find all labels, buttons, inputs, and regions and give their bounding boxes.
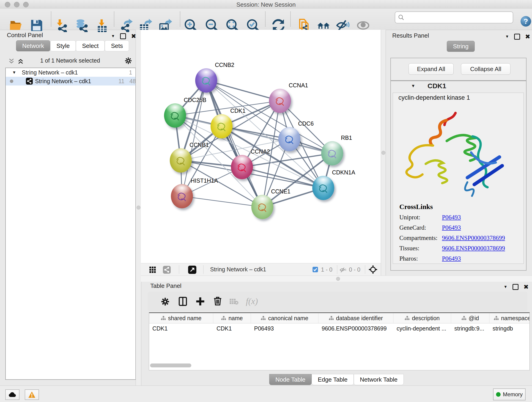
- edge-CCNA2-RB1[interactable]: [242, 153, 332, 167]
- crosslink-link[interactable]: P06493: [442, 214, 461, 221]
- hidden-node-edge-counts: 0 - 0: [349, 266, 360, 273]
- panel-close-icon[interactable]: ✖: [524, 283, 529, 291]
- col-header--id[interactable]: @id: [451, 313, 489, 323]
- table-cell-database-identifier[interactable]: 9606.ENSP00000378699: [318, 323, 393, 333]
- protein-section-header[interactable]: ▼ CDK1: [391, 81, 526, 92]
- show-columns-icon[interactable]: [178, 297, 188, 306]
- table-cell--id[interactable]: stringdb:9...: [451, 323, 489, 333]
- table-options-gear-icon[interactable]: [161, 297, 170, 306]
- tab-node-table[interactable]: Node Table: [269, 374, 312, 385]
- network-node-CCNA1[interactable]: [269, 89, 291, 113]
- network-options-gear-icon[interactable]: [124, 57, 132, 65]
- warnings-button[interactable]: [25, 389, 39, 400]
- tab-string[interactable]: String: [447, 41, 475, 52]
- tab-edge-table[interactable]: Edge Table: [312, 374, 354, 385]
- network-row[interactable]: String Network – cdk1 11 48: [6, 77, 135, 85]
- col-header-namespace[interactable]: namespace: [489, 313, 530, 323]
- protein-structure-image: [399, 107, 518, 198]
- edge-CCNB2-CCNE1[interactable]: [206, 80, 262, 207]
- delete-column-icon[interactable]: [213, 296, 222, 306]
- selected-checkbox-icon[interactable]: [312, 267, 318, 273]
- collapse-all-button[interactable]: Collapse All: [461, 63, 510, 75]
- right-splitter[interactable]: [381, 30, 386, 275]
- add-column-icon[interactable]: [196, 297, 205, 306]
- tab-style[interactable]: Style: [50, 40, 76, 51]
- cloud-button[interactable]: [5, 389, 19, 400]
- tab-network[interactable]: Network: [16, 40, 50, 51]
- network-node-CCNB1[interactable]: [170, 148, 192, 172]
- network-node-HIST1H1A[interactable]: [171, 184, 193, 208]
- toolbar-separator: [265, 12, 266, 27]
- node-label-CDKN1A: CDKN1A: [332, 169, 355, 176]
- table-toolbar: f(x): [148, 292, 527, 311]
- node-table[interactable]: shared namenamecanonical namedatabase id…: [149, 313, 530, 370]
- tab-sets[interactable]: Sets: [105, 40, 129, 51]
- table-cell-canonical-name[interactable]: P06493: [251, 323, 318, 333]
- splitter-handle[interactable]: [336, 277, 340, 281]
- network-node-CCNA2[interactable]: [231, 155, 253, 179]
- grid-view-icon[interactable]: [149, 266, 156, 273]
- network-canvas[interactable]: CCNB2CCNA1CDC25BCDK1CDC6RB1CCNB1CCNA2CDK…: [141, 30, 381, 263]
- birds-eye-crosshair-icon[interactable]: [369, 265, 377, 274]
- network-node-CDK1[interactable]: [210, 114, 233, 138]
- collapse-section-icon[interactable]: ▼: [411, 83, 415, 89]
- splitter-handle[interactable]: [137, 206, 140, 210]
- toolbar-separator: [203, 265, 203, 274]
- panel-float-icon[interactable]: [120, 33, 126, 39]
- table-cell-namespace[interactable]: stringdb: [489, 323, 530, 333]
- col-header-name[interactable]: name: [213, 313, 251, 323]
- col-header-database-identifier[interactable]: database identifier: [318, 313, 393, 323]
- search-input[interactable]: [406, 13, 510, 22]
- network-collection-row[interactable]: ▼ String Network – cdk1 1: [6, 68, 135, 77]
- crosslink-link[interactable]: 9606.ENSP00000378699: [442, 245, 505, 252]
- hidden-eye-icon[interactable]: [340, 267, 347, 274]
- crosslink-row: Uniprot:P06493: [399, 214, 505, 221]
- crosslink-row: Pharos:P06493: [399, 255, 505, 262]
- tab-network-table[interactable]: Network Table: [354, 374, 404, 385]
- table-row[interactable]: CDK1CDK1P064939606.ENSP00000378699cyclin…: [149, 323, 530, 333]
- col-header-canonical-name[interactable]: canonical name: [251, 313, 318, 323]
- panel-menu-icon[interactable]: ▼: [505, 34, 509, 39]
- table-cell-description[interactable]: cyclin-dependent ...: [393, 323, 451, 333]
- table-cell-shared-name[interactable]: CDK1: [149, 323, 213, 333]
- table-tabs: Node TableEdge TableNetwork Table: [141, 374, 532, 385]
- crosslink-link[interactable]: P06493: [442, 224, 461, 231]
- crosslink-link[interactable]: 9606.ENSP00000378699: [442, 235, 505, 242]
- panel-menu-icon[interactable]: ▼: [504, 285, 507, 289]
- crosslink-row: Compartments:9606.ENSP00000378699: [399, 235, 505, 242]
- crosslink-row: GeneCard:P06493: [399, 224, 505, 231]
- col-header-shared-name[interactable]: shared name: [149, 313, 213, 323]
- expand-all-button[interactable]: Expand All: [409, 63, 454, 75]
- network-node-CCNE1[interactable]: [251, 195, 273, 219]
- open-in-new-window-icon[interactable]: [188, 266, 196, 274]
- string-view-icon[interactable]: [163, 266, 171, 274]
- network-tree: ▼ String Network – cdk1 1 String Network…: [5, 68, 136, 380]
- cloud-icon: [8, 392, 16, 397]
- tree-expand-icon[interactable]: ▼: [12, 68, 16, 77]
- panel-float-icon[interactable]: [514, 34, 520, 40]
- horizontal-splitter[interactable]: [141, 275, 532, 282]
- crosslink-row: Tissues:9606.ENSP00000378699: [399, 245, 505, 252]
- window-titlebar: Session: New Session: [0, 0, 532, 9]
- panel-close-icon[interactable]: ✖: [525, 33, 530, 40]
- table-header-row: shared namenamecanonical namedatabase id…: [149, 313, 530, 323]
- edge-CCNE1-HIST1H1A[interactable]: [182, 196, 262, 207]
- network-node-CCNB2[interactable]: [195, 68, 217, 93]
- help-button[interactable]: ?: [520, 16, 531, 27]
- network-node-CDC6[interactable]: [278, 127, 300, 151]
- network-node-CDC25B[interactable]: [164, 103, 186, 128]
- table-horizontal-scrollbar[interactable]: [150, 364, 191, 367]
- network-node-CDKN1A[interactable]: [312, 176, 334, 200]
- crosslink-link[interactable]: P06493: [442, 255, 461, 262]
- results-panel: Results Panel ▼ ✖ String Expand All Coll…: [389, 30, 532, 275]
- col-header-description[interactable]: description: [393, 313, 451, 323]
- panel-float-icon[interactable]: [513, 284, 519, 290]
- tab-select[interactable]: Select: [76, 40, 105, 51]
- protein-structure-thumb: [231, 155, 253, 179]
- panel-menu-icon[interactable]: ▼: [111, 34, 115, 38]
- splitter-handle[interactable]: [381, 151, 385, 155]
- memory-button[interactable]: Memory: [493, 389, 526, 400]
- network-node-RB1[interactable]: [321, 141, 343, 166]
- table-cell-name[interactable]: CDK1: [213, 323, 251, 333]
- left-splitter[interactable]: [136, 30, 141, 385]
